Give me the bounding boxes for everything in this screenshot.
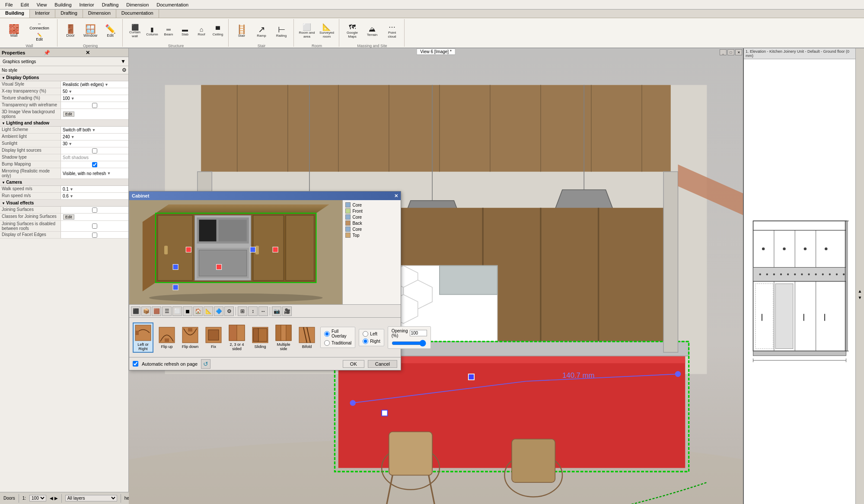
tb-rotate[interactable]: 🔷 — [214, 306, 223, 316]
ok-button[interactable]: OK — [343, 360, 364, 368]
ribbon-btn-door[interactable]: 🚪 Door — [61, 20, 80, 42]
displightsrc-checkbox[interactable] — [63, 148, 127, 153]
ribbon-btn-terrain[interactable]: ⛰ Terrain — [363, 20, 382, 42]
tab-interior[interactable]: Interior — [30, 10, 55, 18]
prop-value-visual-style[interactable]: Realistic (with edges) ▼ — [61, 81, 128, 88]
cancel-button[interactable]: Cancel — [368, 360, 397, 368]
tb-select[interactable]: ⬛ — [131, 306, 140, 316]
door-type-left-right[interactable]: Left or Right — [133, 322, 153, 353]
section-camera[interactable]: Camera — [0, 179, 128, 186]
view3d-header[interactable]: View 6 [Image] * — [416, 48, 456, 55]
view3d-maximize-btn[interactable]: □ — [727, 49, 734, 55]
ribbon-btn-roof[interactable]: ⌂ Roof — [194, 20, 209, 42]
ribbon-btn-ceiling[interactable]: ▀ Ceiling — [210, 20, 226, 42]
ribbon-btn-pointcloud[interactable]: ⋯ Point cloud — [383, 20, 402, 42]
opening-slider[interactable] — [392, 340, 426, 347]
joinsurfaces-checkbox[interactable] — [63, 207, 127, 213]
ribbon-btn-railing[interactable]: ⊢ Railing — [272, 20, 291, 42]
tb-measure[interactable]: 📐 — [204, 306, 213, 316]
ribbon-btn-surveyed-room[interactable]: 📐 Surveyed room — [317, 20, 336, 42]
cabinet-close-btn[interactable]: ✕ — [394, 193, 398, 199]
prop-value-walkspeed[interactable]: 0.1 ▼ — [61, 186, 128, 192]
radio-right-input[interactable] — [363, 338, 368, 344]
facetedges-checkbox[interactable] — [63, 233, 127, 238]
tb-cam1[interactable]: 📷 — [272, 306, 281, 316]
opening-input[interactable] — [410, 330, 427, 336]
tab-drafting[interactable]: Drafting — [55, 10, 83, 18]
ribbon-btn-connection[interactable]: ↔ Connection — [24, 20, 54, 32]
prop-value-classjoinsurfaces[interactable]: Edit — [61, 214, 128, 220]
prop-value-mirroring[interactable]: Visible, with no refresh ▼ — [61, 168, 128, 179]
door-type-234[interactable]: 2, 3 or 4 sided — [227, 323, 247, 352]
prop-value-lightscheme[interactable]: Switch off both ▼ — [61, 127, 128, 133]
edit-joinsurfaces-button[interactable]: Edit — [63, 214, 74, 220]
ribbon-btn-googlemaps[interactable]: 🗺 Google Maps — [343, 20, 362, 42]
tb-material[interactable]: 🟫 — [152, 306, 161, 316]
prop-value-joinsurfaces[interactable] — [61, 207, 128, 213]
door-type-bifold[interactable]: Bifold — [297, 325, 317, 350]
section-display-options[interactable]: Display Options — [0, 74, 128, 81]
menu-interior[interactable]: Interior — [76, 1, 98, 8]
bumpmapping-checkbox[interactable] — [63, 162, 127, 167]
section-lighting[interactable]: Lighting and shadow — [0, 120, 128, 127]
scroll-up-arrow[interactable]: ▲ — [858, 289, 862, 293]
tab-building[interactable]: Building — [0, 10, 30, 18]
edit-bg-button[interactable]: Edit — [63, 112, 74, 117]
status-scale-select[interactable]: 10050200 — [29, 495, 46, 501]
ribbon-btn-wall-edit[interactable]: ✏️ Edit — [24, 32, 54, 42]
menu-edit[interactable]: Edit — [17, 1, 32, 8]
radio-traditional-input[interactable] — [324, 340, 330, 346]
tab-dimension[interactable]: Dimension — [83, 10, 116, 18]
menu-drafting[interactable]: Drafting — [99, 1, 122, 8]
auto-refresh-checkbox[interactable] — [133, 361, 138, 367]
menu-view[interactable]: View — [33, 1, 51, 8]
tb-extra1[interactable]: ⊞ — [238, 306, 247, 316]
ribbon-btn-beam[interactable]: ═ Beam — [161, 20, 176, 42]
style-gear[interactable]: ⚙ — [122, 67, 127, 73]
ribbon-btn-window[interactable]: 🪟 Window — [81, 20, 100, 42]
tb-cam2[interactable]: 🎥 — [282, 306, 292, 316]
tb-gear[interactable]: ⚙ — [224, 306, 234, 316]
ribbon-btn-curtainwall[interactable]: ⬛ Curtain wall — [126, 20, 143, 42]
prop-value-sunlight[interactable]: 30 ▼ — [61, 140, 128, 147]
menu-building[interactable]: Building — [51, 1, 75, 8]
tb-box[interactable]: 📦 — [141, 306, 151, 316]
ribbon-btn-wall[interactable]: 🧱 Wall — [4, 20, 23, 42]
menu-dimension[interactable]: Dimension — [123, 1, 152, 8]
tb-list[interactable]: ☰ — [162, 306, 172, 316]
panel-pin[interactable]: 📌 — [44, 50, 85, 56]
view3d-minimize[interactable]: _ — [720, 49, 727, 55]
section-visual-effects[interactable]: Visual effects — [0, 200, 128, 207]
door-type-sliding[interactable]: Sliding — [250, 325, 270, 350]
tb-white[interactable]: ⬜ — [172, 306, 182, 316]
prop-value-transparency[interactable] — [61, 102, 128, 108]
ribbon-btn-column[interactable]: ▮ Column — [144, 20, 160, 42]
door-type-fix[interactable]: Fix — [204, 325, 223, 350]
view3d[interactable]: View 6 [Image] * _ □ ✕ — [129, 48, 743, 504]
check-btn[interactable]: ↺ — [201, 359, 210, 369]
joinroofs-checkbox[interactable] — [63, 223, 127, 229]
ribbon-btn-opening-edit[interactable]: ✏️ Edit — [101, 20, 120, 42]
tb-house[interactable]: 🏠 — [193, 306, 203, 316]
view3d-close[interactable]: ✕ — [735, 49, 742, 55]
door-type-flip-up[interactable]: Flip up — [157, 325, 177, 350]
prop-value-facetedges[interactable] — [61, 232, 128, 238]
menu-documentation[interactable]: Documentation — [153, 1, 192, 8]
ribbon-btn-room-area[interactable]: ⬜ Room and area — [297, 20, 316, 42]
tab-documentation[interactable]: Documentation — [116, 10, 159, 18]
prop-value-joinroofs[interactable] — [61, 221, 128, 231]
prop-value-texture[interactable]: 100 ▼ — [61, 95, 128, 102]
tb-extra2[interactable]: ↕ — [248, 306, 258, 316]
transparency-checkbox[interactable] — [63, 103, 127, 108]
prop-value-ambient[interactable]: 240 ▼ — [61, 134, 128, 140]
ribbon-btn-slab[interactable]: ▬ Slab — [177, 20, 193, 42]
ribbon-btn-ramp[interactable]: ↗ Ramp — [252, 20, 271, 42]
menu-file[interactable]: File — [2, 1, 16, 8]
prop-value-displightsrc[interactable] — [61, 147, 128, 154]
door-type-multiple[interactable]: Multiple side — [274, 323, 293, 352]
scroll-down-arrow[interactable]: ▼ — [858, 295, 862, 300]
radio-full-overlay-input[interactable] — [324, 331, 330, 337]
prop-value-bumpmapping[interactable] — [61, 161, 128, 168]
prop-value-shadowtype[interactable]: Soft shadows — [61, 154, 128, 161]
tb-black[interactable]: ◼ — [183, 306, 192, 316]
